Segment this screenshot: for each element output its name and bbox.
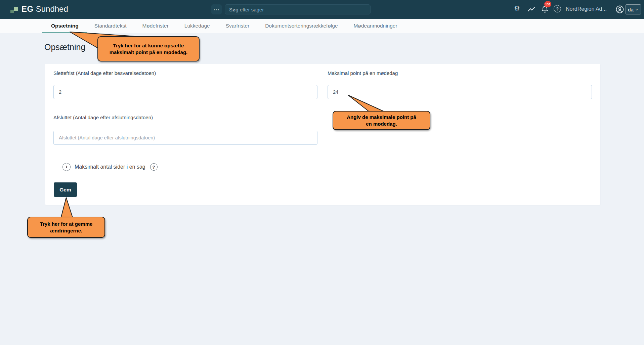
eg-logo-icon (9, 4, 18, 14)
notification-badge: 138 (544, 1, 551, 7)
language-selector[interactable]: da ⌄ (626, 4, 641, 14)
overflow-menu-button[interactable]: ⋯ (211, 4, 222, 14)
max-pages-expander[interactable]: › Maksimalt antal sider i en sag ? (62, 163, 158, 171)
app-window: EG Sundhed ⋯ ⚙ 138 ? NordRegion Ad... (0, 0, 644, 345)
search-input[interactable] (225, 4, 371, 14)
help-icon[interactable]: ? (554, 5, 561, 12)
settings-card: Slettefrist (Antal dage efter besvarelse… (45, 64, 600, 205)
trend-icon[interactable] (527, 6, 535, 14)
tab-dokumentsorteringsraekkefoelge[interactable]: Dokumentsorteringsrækkefølge (265, 19, 338, 33)
slettefrist-label: Slettefrist (Antal dage efter besvarelse… (53, 70, 156, 76)
callout-max-points: Angiv de maksimale point på en mødedag. (333, 111, 430, 130)
tab-standardtekst[interactable]: Standardtekst (94, 19, 127, 33)
save-button[interactable]: Gem (54, 182, 77, 197)
tab-moedeanmodninger[interactable]: Mødeanmodninger (354, 19, 397, 33)
brand-bold-text: EG (22, 4, 34, 14)
callout-save-changes: Tryk her for at gemme ændringerne. (27, 217, 105, 238)
tab-lukkedage[interactable]: Lukkedage (184, 19, 210, 33)
page-title: Opsætning (44, 42, 85, 52)
active-tab-underline (42, 32, 87, 33)
top-bar: EG Sundhed ⋯ ⚙ 138 ? NordRegion Ad... (0, 0, 644, 19)
tab-moedefrister[interactable]: Mødefrister (142, 19, 168, 33)
maksimal-point-label: Maksimal point på en mødedag (328, 70, 398, 76)
brand-name-text: Sundhed (36, 4, 68, 14)
maksimal-point-input[interactable] (328, 85, 592, 99)
ellipsis-icon: ⋯ (213, 6, 220, 13)
tab-svarfrister[interactable]: Svarfrister (226, 19, 250, 33)
chevron-down-icon: ⌄ (635, 6, 639, 11)
afsluttet-label: Afsluttet (Antal dage efter afslutningsd… (53, 115, 153, 120)
tab-opsaetning[interactable]: Opsætning (51, 19, 79, 33)
field-help-icon[interactable]: ? (150, 163, 158, 171)
app-logo[interactable]: EG Sundhed (9, 4, 68, 14)
account-name[interactable]: NordRegion Ad... (566, 6, 607, 12)
gear-icon[interactable]: ⚙ (514, 5, 520, 12)
expand-chevron-icon[interactable]: › (62, 163, 71, 171)
language-code: da (628, 7, 634, 12)
callout-setup-tab: Tryk her for at kunne opsætte maksimalt … (97, 36, 200, 61)
user-icon[interactable] (615, 5, 624, 15)
settings-tab-bar: Opsætning Standardtekst Mødefrister Lukk… (0, 19, 644, 33)
afsluttet-input[interactable] (53, 131, 317, 145)
slettefrist-input[interactable] (53, 85, 317, 99)
max-pages-label: Maksimalt antal sider i en sag (75, 164, 145, 170)
